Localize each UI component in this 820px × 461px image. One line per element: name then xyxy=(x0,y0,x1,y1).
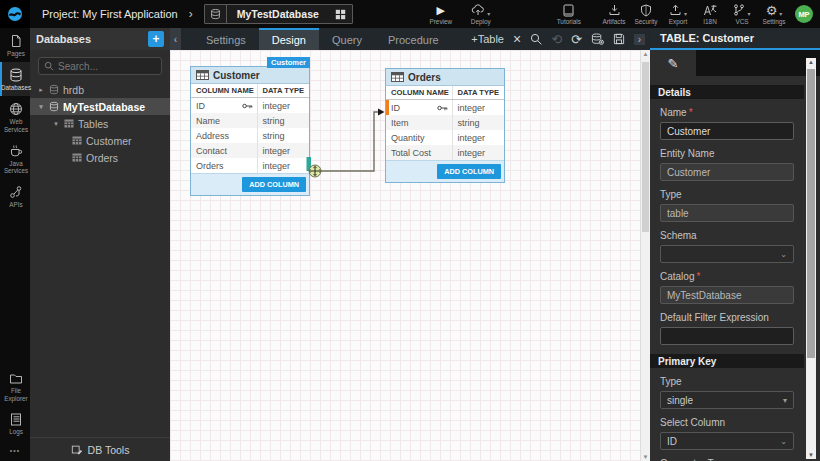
caret-down-icon: ▾ xyxy=(487,10,490,17)
tree-node-hrdb[interactable]: ▸ hrdb xyxy=(30,81,170,98)
delete-icon[interactable]: × xyxy=(513,32,521,46)
pk-select-column-label: Select Column xyxy=(660,417,794,428)
panel-header: Databases + xyxy=(30,28,170,50)
db-tools-button[interactable]: DB Tools xyxy=(30,437,170,461)
artifacts-button[interactable]: Artifacts xyxy=(598,0,630,28)
tree-node-label: hrdb xyxy=(63,84,84,96)
inspector-vertical-scrollbar[interactable]: ▲ ▼ xyxy=(806,58,816,459)
column-row-id[interactable]: ID integer xyxy=(386,100,504,115)
canvas-table-customer[interactable]: Customer Customer COLUMN NAME DATA TYPE … xyxy=(190,66,310,196)
type-input[interactable] xyxy=(660,204,794,222)
er-diagram-canvas[interactable]: Customer Customer COLUMN NAME DATA TYPE … xyxy=(170,50,650,461)
book-icon xyxy=(563,4,574,17)
column-row-contact[interactable]: Contact integer xyxy=(191,143,309,158)
scroll-up-icon[interactable]: ▲ xyxy=(806,59,816,65)
rail-item-apis[interactable]: APIs xyxy=(0,179,30,213)
chevron-down-icon: ⌄ xyxy=(780,437,787,446)
column-row-address[interactable]: Address string xyxy=(191,128,309,143)
save-icon[interactable] xyxy=(613,33,625,45)
design-toolbar: ‹ Settings Design Query Procedure +Table… xyxy=(170,28,650,50)
database-icon xyxy=(205,5,227,23)
add-database-button[interactable]: + xyxy=(148,31,164,47)
type-label: Type xyxy=(660,189,794,200)
rail-item-logs[interactable]: Logs xyxy=(0,407,30,440)
column-row-quantity[interactable]: Quantity integer xyxy=(386,130,504,145)
tree-node-customer[interactable]: Customer xyxy=(30,132,170,149)
search-box[interactable] xyxy=(38,57,162,75)
caret-down-icon[interactable]: ▾ xyxy=(52,120,60,128)
scrollbar-thumb[interactable] xyxy=(807,69,815,358)
pk-type-select[interactable]: single ▾ xyxy=(660,391,794,409)
collapse-sidebar-button[interactable]: ‹ xyxy=(170,28,181,50)
scroll-up-icon[interactable]: ▲ xyxy=(641,51,650,57)
undo-icon[interactable]: ⟲ xyxy=(551,33,562,46)
left-rail: Pages Databases Web Services Java Servic… xyxy=(0,28,30,461)
edit-tab[interactable]: ✎ xyxy=(650,50,696,76)
column-row-orders[interactable]: Orders integer xyxy=(191,158,309,173)
preview-button[interactable]: ▶ Preview xyxy=(425,0,457,28)
rail-item-java-services[interactable]: Java Services xyxy=(0,138,30,179)
entity-name-input[interactable] xyxy=(660,163,794,181)
table-title-bar[interactable]: Orders xyxy=(386,69,504,86)
deploy-button[interactable]: ▾ Deploy xyxy=(465,0,497,28)
tree-node-label: Customer xyxy=(86,135,132,147)
scroll-down-icon[interactable]: ▼ xyxy=(641,454,650,460)
rail-item-web-services[interactable]: Web Services xyxy=(0,96,30,137)
add-table-button[interactable]: +Table xyxy=(471,33,504,45)
expand-panel-button[interactable]: › xyxy=(634,34,645,45)
name-input[interactable] xyxy=(660,122,794,140)
table-title-bar[interactable]: Customer xyxy=(191,67,309,84)
default-filter-input[interactable] xyxy=(660,327,794,345)
caret-down-icon[interactable]: ▾ xyxy=(37,103,45,111)
canvas-vertical-scrollbar[interactable]: ▲ ▼ xyxy=(640,50,650,461)
column-row-total-cost[interactable]: Total Cost integer xyxy=(386,145,504,160)
column-row-item[interactable]: Item string xyxy=(386,115,504,130)
column-row-id[interactable]: ID integer xyxy=(191,98,309,113)
user-avatar[interactable]: MP xyxy=(795,5,813,23)
language-icon xyxy=(703,4,717,17)
update-database-icon[interactable] xyxy=(591,33,604,45)
tutorials-button[interactable]: Tutorials xyxy=(553,0,585,28)
pk-select-column-select[interactable]: ID ⌄ xyxy=(660,432,794,450)
catalog-input[interactable] xyxy=(660,286,794,304)
schema-select[interactable]: ⌄ xyxy=(660,245,794,263)
export-button[interactable]: ▾ I18N Export xyxy=(662,0,694,28)
tree-node-label: Tables xyxy=(78,118,108,130)
search-input[interactable] xyxy=(58,61,156,72)
app-logo[interactable] xyxy=(0,0,30,28)
rail-item-databases[interactable]: Databases xyxy=(0,62,30,96)
zoom-search-icon[interactable] xyxy=(530,33,542,45)
caret-right-icon[interactable]: ▸ xyxy=(37,86,45,94)
redo-icon[interactable]: ⟳ xyxy=(571,33,582,46)
tree-node-mytestdatabase[interactable]: ▾ MyTestDatabase xyxy=(30,98,170,115)
chevron-down-icon: ⌄ xyxy=(780,250,787,259)
rail-item-file-explorer[interactable]: File Explorer xyxy=(0,366,30,406)
settings-button[interactable]: ⚙▾ Settings xyxy=(758,0,790,28)
database-tab-label: MyTestDatabase xyxy=(227,8,329,20)
tree-node-tables[interactable]: ▾ Tables xyxy=(30,115,170,132)
apps-grid-icon[interactable] xyxy=(329,9,352,20)
vcs-button[interactable]: ▾ VCS xyxy=(726,0,758,28)
database-tab[interactable]: MyTestDatabase xyxy=(204,4,353,24)
pencil-icon: ✎ xyxy=(668,56,679,71)
caret-down-icon: ▾ xyxy=(779,10,782,17)
rail-item-pages[interactable]: Pages xyxy=(0,28,30,62)
tree-node-orders[interactable]: Orders xyxy=(30,149,170,166)
tab-settings[interactable]: Settings xyxy=(193,28,259,50)
wavemaker-logo-icon xyxy=(7,6,23,22)
scroll-down-icon[interactable]: ▼ xyxy=(806,452,816,458)
tab-procedure[interactable]: Procedure xyxy=(375,28,452,50)
column-row-name[interactable]: Name string xyxy=(191,113,309,128)
i18n-button[interactable]: I18N xyxy=(694,0,726,28)
tab-design[interactable]: Design xyxy=(259,28,319,50)
scrollbar-thumb[interactable] xyxy=(642,62,649,232)
add-column-button[interactable]: ADD COLUMN xyxy=(437,164,501,179)
more-icon[interactable]: ••• xyxy=(0,440,30,461)
add-column-button[interactable]: ADD COLUMN xyxy=(242,177,306,192)
log-file-icon xyxy=(10,413,22,426)
api-nodes-icon xyxy=(9,185,23,199)
tab-query[interactable]: Query xyxy=(319,28,375,50)
canvas-table-orders[interactable]: Orders COLUMN NAME DATA TYPE ID integer xyxy=(385,68,505,183)
security-button[interactable]: Security xyxy=(630,0,662,28)
table-inspector-panel: TABLE: Customer ✎ Details Name Entity Na… xyxy=(650,28,820,461)
